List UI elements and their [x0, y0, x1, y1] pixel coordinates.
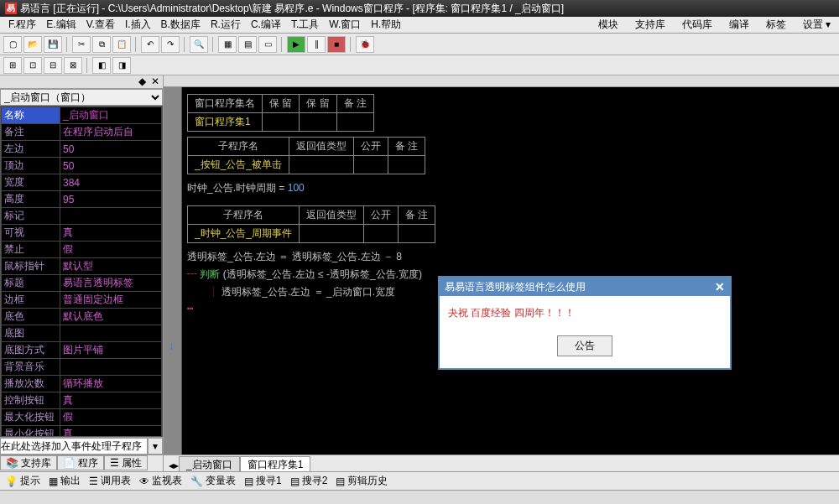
prop-value[interactable]: 真: [60, 225, 162, 242]
open-icon[interactable]: 📂: [23, 36, 42, 53]
prop-name[interactable]: 边框: [2, 292, 60, 309]
debug-icon[interactable]: 🐞: [356, 36, 374, 53]
dialog-titlebar[interactable]: 易 易语言透明标签组件怎么使用 ✕: [440, 278, 730, 296]
prop-value[interactable]: 普通固定边框: [60, 292, 162, 309]
panel-close-icon[interactable]: ✕: [151, 75, 159, 88]
prop-value[interactable]: 384: [60, 174, 162, 191]
prop-name[interactable]: 背景音乐: [2, 359, 60, 376]
tab-programset[interactable]: 窗口程序集1: [240, 456, 311, 471]
undo-icon[interactable]: ↶: [141, 36, 159, 53]
bottom-callstack[interactable]: ☰ 调用表: [89, 474, 131, 488]
grid-icon[interactable]: ▤: [238, 36, 257, 53]
menu-window[interactable]: W.窗口: [326, 18, 364, 32]
event-selector-input[interactable]: [0, 438, 148, 455]
prop-value[interactable]: [60, 325, 162, 342]
tool-icon[interactable]: ⊡: [23, 57, 42, 74]
tool-icon[interactable]: ⊞: [3, 57, 22, 74]
tool-icon[interactable]: ◧: [92, 57, 111, 74]
prop-value[interactable]: 在程序启动后自: [60, 124, 162, 141]
bottom-vars[interactable]: 🔧 变量表: [190, 474, 236, 488]
prop-name[interactable]: 底图方式: [2, 342, 60, 359]
prop-name[interactable]: 标题: [2, 275, 60, 292]
prop-name[interactable]: 播放次数: [2, 376, 60, 392]
prop-value[interactable]: 50: [60, 158, 162, 174]
prop-name[interactable]: 底图: [2, 325, 60, 342]
menu-run[interactable]: R.运行: [207, 18, 244, 32]
announce-button[interactable]: 公告: [557, 335, 612, 356]
bottom-tip[interactable]: 💡 提示: [5, 474, 40, 488]
prop-value[interactable]: 真: [60, 426, 162, 438]
event-dropdown-button[interactable]: ▾: [148, 438, 163, 455]
close-icon[interactable]: ✕: [715, 280, 725, 294]
redo-icon[interactable]: ↷: [161, 36, 180, 53]
prop-value[interactable]: 真: [60, 392, 162, 409]
prop-value[interactable]: 默认型: [60, 258, 162, 275]
menu-tools[interactable]: T.工具: [288, 18, 322, 32]
prop-name[interactable]: 最小化按钮: [2, 426, 60, 438]
menu-program[interactable]: F.程序: [5, 18, 39, 32]
save-icon[interactable]: 💾: [44, 36, 62, 53]
panel-pin-icon[interactable]: ◆: [138, 75, 146, 88]
tab-window[interactable]: _启动窗口: [179, 456, 240, 471]
run-icon[interactable]: ▶: [287, 36, 305, 53]
pause-icon[interactable]: ‖: [307, 36, 326, 53]
paste-icon[interactable]: 📋: [112, 36, 131, 53]
menu-compile[interactable]: C.编译: [248, 18, 284, 32]
prop-name[interactable]: 禁止: [2, 242, 60, 258]
prop-value[interactable]: 假: [60, 409, 162, 426]
prop-value[interactable]: 假: [60, 242, 162, 258]
menu-insert[interactable]: I.插入: [122, 18, 154, 32]
prop-name[interactable]: 左边: [2, 141, 60, 158]
tool-icon[interactable]: ⊟: [44, 57, 62, 74]
prop-name[interactable]: 标记: [2, 208, 60, 225]
stop-icon[interactable]: ■: [327, 36, 346, 53]
prop-name[interactable]: 鼠标指针: [2, 258, 60, 275]
table-icon[interactable]: ▦: [218, 36, 237, 53]
prop-value[interactable]: 图片平铺: [60, 342, 162, 359]
copy-icon[interactable]: ⧉: [92, 36, 111, 53]
new-icon[interactable]: ▢: [3, 36, 22, 53]
prop-value[interactable]: 循环播放: [60, 376, 162, 392]
prop-name[interactable]: 备注: [2, 124, 60, 141]
bottom-clip[interactable]: ▤ 剪辑历史: [336, 474, 388, 488]
prop-value[interactable]: 易语言透明标签: [60, 275, 162, 292]
prop-value[interactable]: _启动窗口: [60, 107, 162, 124]
tool-icon[interactable]: ◨: [112, 57, 131, 74]
menu-code-lib[interactable]: 代码库: [679, 18, 716, 32]
prop-value[interactable]: [60, 359, 162, 376]
menu-database[interactable]: B.数据库: [158, 18, 204, 32]
prop-value[interactable]: 默认底色: [60, 309, 162, 325]
prop-name[interactable]: 底色: [2, 309, 60, 325]
bottom-search1[interactable]: ▤ 搜寻1: [244, 474, 282, 488]
menu-view[interactable]: V.查看: [83, 18, 118, 32]
form-icon[interactable]: ▭: [258, 36, 277, 53]
tab-program[interactable]: 📄 程序: [57, 455, 104, 470]
menu-settings[interactable]: 设置 ▾: [800, 18, 834, 32]
prop-value[interactable]: [60, 208, 162, 225]
menu-module[interactable]: 模块: [595, 18, 622, 32]
find-icon[interactable]: 🔍: [190, 36, 208, 53]
code-editor[interactable]: ↓ 窗口程序集名保 留保 留备 注 窗口程序集1 子程序名返回值类型公开备 注 …: [164, 87, 839, 455]
menu-help[interactable]: H.帮助: [367, 18, 404, 32]
prop-name[interactable]: 控制按钮: [2, 392, 60, 409]
tab-properties[interactable]: ☰ 属性: [104, 455, 148, 470]
menu-edit[interactable]: E.编辑: [43, 18, 79, 32]
bottom-watch[interactable]: 👁 监视表: [139, 474, 182, 488]
menu-tags[interactable]: 标签: [763, 18, 789, 32]
property-grid[interactable]: 名称_启动窗口备注在程序启动后自左边50顶边50宽度384高度95标记可视真禁止…: [0, 106, 163, 437]
prop-name[interactable]: 名称: [2, 107, 60, 124]
prop-name[interactable]: 最大化按钮: [2, 409, 60, 426]
prop-value[interactable]: 50: [60, 141, 162, 158]
prop-name[interactable]: 宽度: [2, 174, 60, 191]
menu-support-lib[interactable]: 支持库: [632, 18, 669, 32]
object-selector[interactable]: _启动窗口（窗口）: [0, 89, 163, 106]
prop-name[interactable]: 可视: [2, 225, 60, 242]
bottom-search2[interactable]: ▤ 搜寻2: [290, 474, 328, 488]
prop-name[interactable]: 顶边: [2, 158, 60, 174]
tool-icon[interactable]: ⊠: [64, 57, 82, 74]
bottom-output[interactable]: ▦ 输出: [49, 474, 81, 488]
tab-support-lib[interactable]: 📚 支持库: [0, 455, 57, 470]
prop-name[interactable]: 高度: [2, 191, 60, 208]
cut-icon[interactable]: ✂: [72, 36, 91, 53]
prop-value[interactable]: 95: [60, 191, 162, 208]
